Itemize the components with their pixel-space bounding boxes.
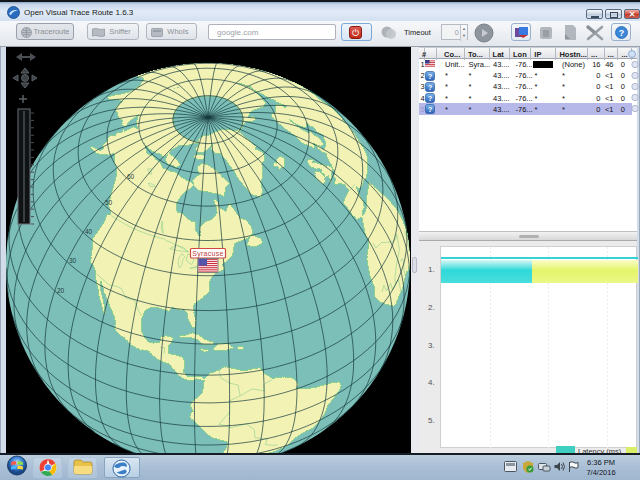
svg-text:?: ? — [428, 83, 433, 92]
svg-text:50: 50 — [105, 199, 113, 206]
svg-text:?: ? — [619, 28, 625, 38]
svg-text:60: 60 — [127, 173, 135, 180]
svg-text:20: 20 — [57, 287, 65, 294]
svg-text:?: ? — [428, 71, 433, 80]
svg-text:30: 30 — [69, 257, 77, 264]
svg-text:?: ? — [428, 105, 433, 114]
svg-text:Syracuse: Syracuse — [192, 250, 224, 258]
svg-text:?: ? — [428, 94, 433, 103]
svg-text:40: 40 — [85, 228, 93, 235]
